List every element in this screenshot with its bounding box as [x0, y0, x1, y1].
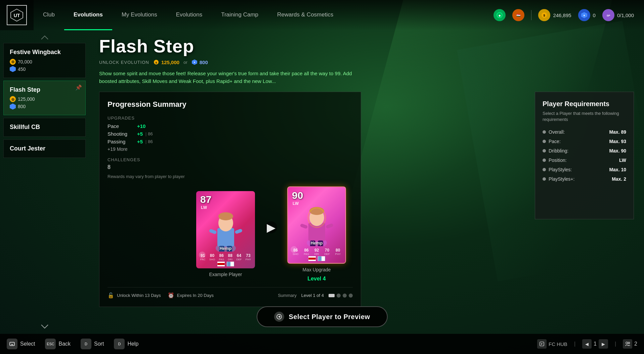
unlock-cost-pts: ▼ 800: [191, 59, 208, 65]
svg-rect-29: [326, 223, 334, 229]
player-count: 2: [634, 341, 637, 347]
svg-rect-28: [300, 223, 308, 229]
coin-icon: ◎: [10, 59, 16, 65]
level-dot-2: [337, 294, 341, 298]
svg-point-38: [628, 342, 630, 344]
example-player-label: Example Player: [209, 272, 242, 277]
nation-icon: 🇭🇺: [512, 9, 524, 21]
next-page-icon[interactable]: ▶: [599, 339, 608, 349]
cards-container: 87 LW: [108, 186, 353, 280]
logo[interactable]: UT: [0, 0, 34, 30]
stat-phy: 73 PHY: [246, 253, 251, 261]
req-dot-dribbling: [543, 149, 546, 152]
cost-pts-row: 450: [10, 66, 79, 72]
nav-sp: SP 0/1,000: [602, 9, 634, 21]
card-flags-example: [196, 262, 255, 266]
progression-footer: 🔓 Unlock Within 13 Days ⏰ Expires In 20 …: [108, 287, 353, 299]
shield-pts-icon: ▼: [578, 9, 590, 21]
nav-currency-tokens: ◆: [493, 9, 506, 21]
sidebar-item-festive-wingback[interactable]: Festive Wingback ◎ 70,000 450: [3, 43, 86, 78]
back-action[interactable]: ESC Back: [45, 339, 71, 349]
nav-club[interactable]: Club: [34, 0, 64, 30]
logo-inner: UT: [7, 5, 27, 25]
select-action[interactable]: Select: [7, 339, 35, 349]
upgrades-section: Upgrades Pace +10 Shooting +5 | 86 Passi…: [108, 116, 353, 152]
club-badge: [227, 262, 234, 266]
fc-hub-label: FC HUB: [549, 341, 567, 347]
sidebar-item-flash-step[interactable]: 📌 Flash Step ◎ 125,000 800: [3, 81, 86, 116]
pin-icon: 📌: [75, 84, 82, 91]
progression-panel: Progression Summary Upgrades Pace +10 Sh…: [99, 92, 361, 307]
sidebar-scroll-down[interactable]: [0, 322, 89, 330]
expires-days-info: ⏰ Expires In 20 Days: [168, 292, 214, 299]
cost-coins-row: ◎ 70,000: [10, 59, 79, 65]
sidebar-item-skillful-cb[interactable]: Skillful CB: [3, 118, 86, 137]
svg-point-19: [218, 212, 233, 220]
nav-rewards-cosmetics[interactable]: Rewards & Cosmetics: [268, 0, 343, 30]
nav-right: ◆ 🇭🇺 $ 246,895 ▼ 0 SP 0/1,000: [493, 9, 644, 21]
nav-evolutions-sub[interactable]: Evolutions: [167, 0, 212, 30]
card-name-example: Hemp: [196, 246, 255, 251]
progression-title: Progression Summary: [108, 100, 353, 109]
more-upgrades[interactable]: +19 More: [108, 146, 353, 152]
challenges-section: Challenges 8: [108, 157, 353, 170]
svg-rect-20: [209, 229, 217, 234]
player-img-max: [288, 192, 345, 246]
challenges-label: Challenges: [108, 157, 353, 162]
expires-days-icon: ⏰: [168, 292, 174, 299]
svg-text:SP: SP: [607, 14, 610, 17]
upgrade-passing: Passing +5 | 86: [108, 139, 353, 144]
sort-label: Sort: [94, 341, 104, 347]
svg-text:🇭🇺: 🇭🇺: [516, 13, 521, 17]
sort-btn-keyboard: D: [81, 339, 91, 349]
stat-dri: 88 DRI: [228, 253, 232, 261]
sort-action[interactable]: D Sort: [81, 339, 104, 349]
requirements-panel: Player Requirements Select a Player that…: [535, 92, 634, 219]
example-player-card[interactable]: 87 LW: [196, 191, 255, 268]
sidebar: Festive Wingback ◎ 70,000 450 📌 Flash St…: [0, 30, 89, 334]
level-indicator-active: [329, 294, 335, 297]
players-icon: [623, 339, 632, 349]
nav-flag-icon: 🇭🇺: [512, 9, 524, 21]
prev-page-icon[interactable]: ◀: [582, 339, 592, 349]
select-player-btn[interactable]: Select Player to Preview: [256, 306, 387, 327]
arrow-right-icon: ▶: [265, 221, 277, 233]
help-action[interactable]: D Help: [114, 339, 138, 349]
svg-text:$: $: [544, 14, 545, 17]
stat-def: 64 DEF: [236, 253, 242, 261]
nav-training-camp[interactable]: Training Camp: [212, 0, 268, 30]
nav-evolutions[interactable]: Evolutions: [64, 0, 112, 30]
club-badge-max: [318, 256, 325, 261]
unlock-cost-coins: $ 125,000: [153, 59, 179, 65]
requirements-title: Player Requirements: [543, 100, 626, 108]
bottom-right: F FC HUB | ◀ 1 ▶ | 2: [537, 339, 637, 349]
progression-wrapper: Progression Summary Upgrades Pace +10 Sh…: [99, 92, 634, 307]
req-dot-pace: [543, 140, 546, 143]
player-count-item: 2: [623, 339, 637, 349]
requirements-subtitle: Select a Player that meets the following…: [543, 110, 626, 123]
back-label: Back: [58, 341, 71, 347]
sidebar-item-court-jester[interactable]: Court Jester: [3, 139, 86, 158]
max-upgrade-container: 90 LW: [287, 186, 346, 282]
nav-my-evolutions[interactable]: My Evolutions: [112, 0, 167, 30]
fc-hub-icon: F: [537, 339, 547, 349]
sidebar-scroll-up[interactable]: [0, 34, 89, 42]
page-navigation: ◀ 1 ▶: [582, 339, 608, 349]
coin-icon-2: ◎: [10, 96, 16, 102]
evolution-description: Show some spirit and move those feet! Re…: [99, 70, 354, 85]
top-navigation: UT Club Evolutions My Evolutions Evoluti…: [0, 0, 644, 30]
example-player-container: 87 LW: [196, 191, 255, 277]
max-upgrade-card: 90 LW: [287, 186, 346, 264]
select-btn-icon: [274, 312, 284, 322]
page-number: 1: [594, 341, 597, 347]
select-btn-keyboard: [7, 339, 17, 349]
cost-coins-row-2: ◎ 125,000: [10, 96, 79, 102]
upgrade-pace: Pace +10: [108, 123, 353, 129]
shield-pts-icon-small: [10, 66, 16, 72]
sp-icon: SP: [602, 9, 614, 21]
svg-text:F: F: [541, 343, 543, 345]
req-pace: Pace: Max. 93: [543, 139, 626, 144]
bottom-bar: Select ESC Back D Sort D Help F FC HUB |…: [0, 334, 644, 354]
unlock-days-info: 🔓 Unlock Within 13 Days: [108, 292, 161, 299]
upgrade-shooting: Shooting +5 | 86: [108, 131, 353, 137]
